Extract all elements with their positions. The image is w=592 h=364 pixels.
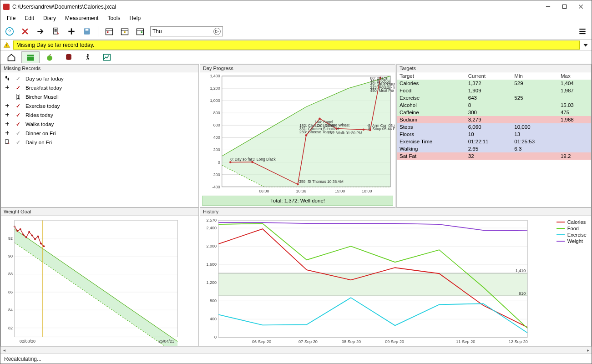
- svg-text:800: 800: [213, 111, 220, 115]
- menu-help[interactable]: Help: [126, 14, 144, 22]
- dropdown-icon[interactable]: [582, 42, 589, 48]
- targets-cell: 6,060: [466, 123, 512, 131]
- menu-tools[interactable]: Tools: [104, 14, 124, 22]
- missing-record-label: Bircher Museli: [25, 94, 59, 100]
- targets-col-header: Min: [511, 72, 558, 80]
- targets-row[interactable]: Caffeine300475: [397, 109, 591, 116]
- day-select[interactable]: Thu ▷: [150, 26, 223, 36]
- svg-text:-8: Situp 05:44 PM: -8: Situp 05:44 PM: [367, 126, 395, 131]
- targets-row[interactable]: Exercise643525: [397, 94, 591, 101]
- legend-item: Weight: [557, 238, 587, 244]
- svg-text:02/08/20: 02/08/20: [20, 339, 35, 344]
- svg-rect-27: [27, 55, 34, 61]
- svg-text:1,600: 1,600: [207, 262, 217, 267]
- missing-record-row[interactable]: ✓Day so far today: [4, 74, 196, 83]
- svg-text:3: Long Black: 3: Long Black: [252, 157, 276, 162]
- svg-text:400: 400: [210, 317, 217, 321]
- targets-row[interactable]: Steps6,06010,000: [397, 123, 591, 131]
- targets-row[interactable]: Walking2.656.3: [397, 145, 591, 152]
- missing-record-row[interactable]: ✓Daily on Fri: [4, 138, 196, 147]
- missing-record-row[interactable]: ✓Rides today: [4, 111, 196, 120]
- targets-row[interactable]: Floors1013: [397, 131, 591, 138]
- targets-row[interactable]: Alcohol815.03: [397, 101, 591, 109]
- scroll-track[interactable]: [8, 347, 584, 354]
- svg-text:1,200: 1,200: [207, 280, 217, 285]
- chevron-right-icon[interactable]: ▷: [213, 28, 221, 35]
- svg-text:84: 84: [8, 308, 13, 312]
- calendar-b-icon[interactable]: [119, 26, 130, 37]
- tab-food[interactable]: [40, 51, 59, 63]
- panel-weight-goal: Weight Goal 82848688909202/08/2025/04/21: [0, 207, 199, 346]
- tab-chart[interactable]: [98, 51, 116, 63]
- targets-cell: Food: [397, 87, 466, 94]
- targets-cell: [511, 101, 558, 109]
- calendar-c-icon[interactable]: [135, 26, 146, 37]
- svg-rect-139: [218, 273, 527, 296]
- missing-record-label: Dinner on Fri: [25, 131, 56, 136]
- calendar-a-icon[interactable]: [104, 26, 115, 37]
- svg-point-31: [87, 54, 88, 55]
- targets-row[interactable]: Food1,9091,987: [397, 87, 591, 94]
- tab-database[interactable]: [60, 51, 78, 63]
- targets-row[interactable]: Sat Fat3219.2: [397, 152, 591, 160]
- menu-diary[interactable]: Diary: [40, 14, 60, 22]
- menu-edit[interactable]: Edit: [21, 14, 38, 22]
- targets-row[interactable]: Calories1,3725291,404: [397, 80, 591, 87]
- scroll-left-icon[interactable]: ◂: [0, 347, 8, 354]
- hamburger-icon[interactable]: [577, 26, 588, 37]
- panel-history: History 04008001,2001,6002,0002,4002,570…: [200, 207, 592, 346]
- targets-cell: [558, 131, 591, 138]
- help-icon[interactable]: ?: [4, 26, 15, 37]
- missing-record-row[interactable]: ✓Walks today: [4, 120, 196, 129]
- window-title: C:\Users\andrew\Documents\Calories.jxcal: [12, 4, 540, 10]
- missing-record-row[interactable]: ✓Dinner on Fri: [4, 129, 196, 138]
- svg-text:11-Sep-20: 11-Sep-20: [456, 339, 475, 344]
- svg-point-33: [5, 76, 7, 78]
- targets-cell: 1,372: [466, 80, 512, 87]
- forward-icon[interactable]: [35, 26, 46, 37]
- menu-file[interactable]: File: [3, 14, 19, 22]
- targets-cell: Floors: [397, 131, 466, 138]
- qty-box[interactable]: 1: [16, 94, 20, 100]
- svg-text:126: Sesame Wheat: 126: Sesame Wheat: [314, 123, 349, 127]
- missing-record-row[interactable]: 1Bircher Museli: [4, 92, 196, 101]
- tab-exercise[interactable]: [79, 51, 97, 63]
- statusbar: Recalculating...: [0, 354, 592, 364]
- missing-record-label: Daily on Fri: [25, 140, 52, 145]
- scroll-right-icon[interactable]: ▸: [584, 347, 592, 354]
- close-button[interactable]: [572, 2, 589, 12]
- targets-cell: [511, 87, 558, 94]
- horizontal-scrollbar[interactable]: ◂ ▸: [0, 346, 592, 354]
- app-window: C:\Users\andrew\Documents\Calories.jxcal…: [0, 0, 592, 364]
- minimize-button[interactable]: [540, 2, 556, 12]
- delete-icon[interactable]: [20, 26, 30, 37]
- panel-missing-records: Missing Records ✓Day so far today✓Breakf…: [0, 64, 199, 207]
- targets-cell: [558, 138, 591, 145]
- svg-text:12-Sep-20: 12-Sep-20: [509, 339, 528, 344]
- save-icon[interactable]: [81, 26, 92, 37]
- missing-record-row[interactable]: ✓Exercise today: [4, 101, 196, 111]
- maximize-button[interactable]: [556, 2, 572, 12]
- svg-text:06:00: 06:00: [259, 189, 269, 193]
- check-icon: ✓: [15, 130, 22, 136]
- targets-cell: Exercise: [397, 94, 466, 101]
- edit-icon: [4, 139, 11, 147]
- svg-point-34: [8, 77, 9, 80]
- plus-icon: [4, 130, 11, 137]
- toolbar: ? Thu ▷: [0, 23, 592, 40]
- weight-goal-chart: 82848688909202/08/2025/04/21: [1, 216, 198, 346]
- tab-home[interactable]: [2, 51, 20, 63]
- svg-rect-18: [124, 31, 125, 33]
- svg-text:-400: -400: [212, 185, 220, 189]
- add-icon[interactable]: [66, 26, 77, 37]
- menu-measurement[interactable]: Measurement: [61, 14, 102, 22]
- tab-calendar[interactable]: [21, 51, 40, 63]
- status-text: Recalculating...: [4, 356, 41, 362]
- check-icon: ✓: [15, 76, 22, 82]
- missing-record-row[interactable]: ✓Breakfast today: [4, 83, 196, 92]
- svg-point-76: [363, 128, 365, 131]
- targets-row[interactable]: Sodium3,2791,968: [397, 116, 591, 123]
- targets-row[interactable]: Exercise Time01:22:1101:25:53: [397, 138, 591, 145]
- targets-cell: Alcohol: [397, 101, 466, 109]
- edit-icon[interactable]: [51, 26, 61, 37]
